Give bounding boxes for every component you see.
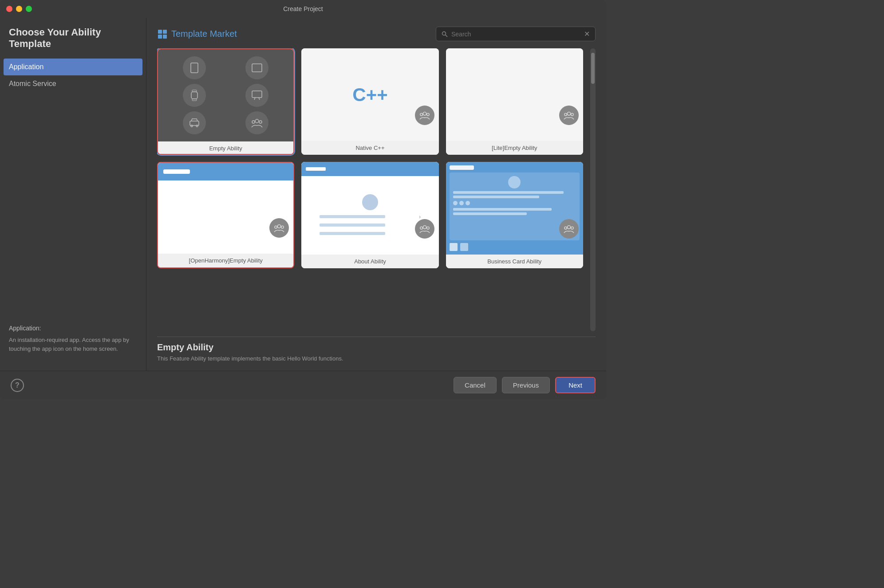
bc-lines-row-2 <box>453 208 576 215</box>
main-header: Template Market ✕ <box>157 27 596 41</box>
svg-line-5 <box>446 35 448 37</box>
templates-wrapper: Empty Ability <box>157 48 596 362</box>
ea-icon-car <box>183 111 206 134</box>
templates-area: Empty Ability <box>157 48 596 331</box>
svg-point-20 <box>278 225 281 228</box>
main-area: Template Market ✕ <box>146 18 606 371</box>
search-icon <box>442 31 448 37</box>
about-badge <box>415 219 434 239</box>
content-area: Choose Your Ability Template Application… <box>0 18 606 371</box>
svg-point-29 <box>567 112 570 115</box>
svg-point-34 <box>571 227 574 229</box>
empty-ability-preview <box>158 49 293 141</box>
scrollbar[interactable] <box>590 48 596 331</box>
about-header-bar <box>306 167 326 171</box>
svg-rect-1 <box>163 30 167 34</box>
svg-point-18 <box>252 121 255 123</box>
native-cpp-preview: C++ <box>301 48 438 141</box>
search-box[interactable]: ✕ <box>436 27 596 41</box>
bc-footer <box>450 243 580 251</box>
ea-icon-watch <box>183 84 206 107</box>
bc-dot-3 <box>466 201 470 205</box>
bc-line-2 <box>453 196 539 198</box>
grid-col-3: [Lite]Empty Ability <box>446 48 583 331</box>
bc-avatar <box>508 176 521 188</box>
template-card-empty-ability[interactable]: Empty Ability <box>157 48 294 155</box>
template-card-about-ability[interactable]: › › › <box>301 162 438 268</box>
about-circle <box>362 194 378 210</box>
cancel-button[interactable]: Cancel <box>454 377 497 393</box>
grid-col-2: C++ <box>301 48 438 331</box>
svg-rect-0 <box>158 30 162 34</box>
cpp-badge <box>415 106 434 125</box>
oh-body <box>158 180 293 254</box>
template-card-native-cpp[interactable]: C++ <box>301 48 438 155</box>
oh-header-bar <box>163 169 190 174</box>
maximize-button[interactable] <box>26 6 32 12</box>
next-button[interactable]: Next <box>555 377 596 393</box>
bc-line-3 <box>453 208 552 211</box>
svg-point-31 <box>571 113 574 116</box>
about-ability-label: About Ability <box>301 255 438 268</box>
svg-point-19 <box>259 121 262 123</box>
template-card-lite-empty-ability[interactable]: [Lite]Empty Ability <box>446 48 583 155</box>
svg-point-21 <box>275 226 277 228</box>
oh-preview <box>158 163 293 254</box>
svg-point-30 <box>564 113 567 116</box>
window: Create Project Choose Your Ability Templ… <box>0 0 606 399</box>
native-cpp-label: Native C++ <box>301 141 438 155</box>
svg-point-33 <box>564 227 567 229</box>
svg-point-26 <box>423 226 426 229</box>
lite-badge <box>559 106 579 125</box>
oh-badge <box>269 218 289 238</box>
svg-point-25 <box>426 113 429 116</box>
footer-actions: Cancel Previous Next <box>454 377 596 393</box>
lite-bg <box>446 48 583 141</box>
help-button[interactable]: ? <box>11 379 24 392</box>
oh-bg <box>158 163 293 254</box>
svg-rect-6 <box>191 63 198 73</box>
svg-rect-2 <box>158 35 162 39</box>
sidebar-item-application[interactable]: Application <box>4 59 142 75</box>
scrollbar-thumb <box>591 53 595 84</box>
bc-header-bar <box>450 165 474 170</box>
about-preview: › › › <box>301 162 438 255</box>
about-header <box>301 162 438 176</box>
about-body: › › › <box>301 176 438 255</box>
lite-empty-ability-label: [Lite]Empty Ability <box>446 141 583 155</box>
sidebar: Choose Your Ability Template Application… <box>0 18 146 371</box>
minimize-button[interactable] <box>16 6 22 12</box>
empty-ability-label: Empty Ability <box>158 141 293 155</box>
grid-col-1: Empty Ability <box>157 48 294 331</box>
traffic-lights <box>6 6 32 12</box>
selected-template-title: Empty Ability <box>157 342 596 353</box>
ea-icon-group <box>245 111 268 134</box>
bc-footer-sq-2 <box>460 243 468 251</box>
svg-point-15 <box>191 125 193 127</box>
description-body: An installation-required app. Access the… <box>9 336 137 353</box>
svg-rect-8 <box>191 92 197 99</box>
bc-dot-2 <box>459 201 464 205</box>
template-market-icon <box>157 29 168 39</box>
previous-button[interactable]: Previous <box>502 377 550 393</box>
close-button[interactable] <box>6 6 12 12</box>
template-card-business-card-ability[interactable]: Business Card Ability <box>446 162 583 268</box>
svg-point-24 <box>420 113 423 116</box>
oh-empty-ability-label: [OpenHarmony]Empty Ability <box>158 254 293 267</box>
svg-point-16 <box>196 125 198 127</box>
bc-badge <box>559 219 579 239</box>
bc-dot-1 <box>453 201 458 205</box>
about-arrow-1: › <box>419 214 421 220</box>
search-input[interactable] <box>451 31 580 38</box>
sidebar-item-atomic-service[interactable]: Atomic Service <box>0 75 146 92</box>
titlebar: Create Project <box>0 0 606 18</box>
footer: ? Cancel Previous Next <box>0 371 606 399</box>
cpp-logo: C++ <box>352 84 387 106</box>
description-title: Application: <box>9 324 137 333</box>
bc-line-1 <box>453 191 564 194</box>
search-clear-icon[interactable]: ✕ <box>584 30 590 38</box>
selected-info: Empty Ability This Feature Ability templ… <box>157 337 596 362</box>
oh-header <box>158 163 293 180</box>
template-card-oh-empty-ability[interactable]: [OpenHarmony]Empty Ability <box>157 162 294 268</box>
lite-preview <box>446 48 583 141</box>
